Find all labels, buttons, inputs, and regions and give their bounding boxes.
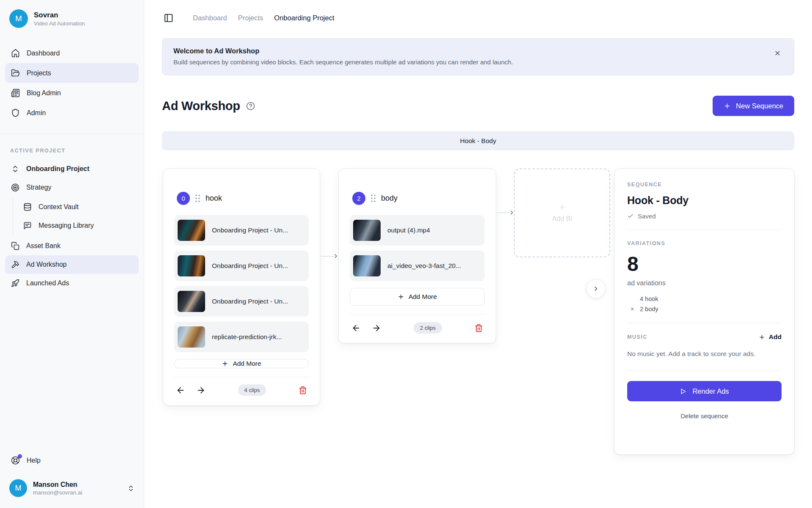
new-sequence-label: New Sequence [736, 102, 783, 110]
clip-row[interactable]: output (4).mp4 [350, 215, 485, 246]
sidebar-item-asset-bank[interactable]: Asset Bank [5, 237, 139, 255]
saved-status: Saved [627, 213, 782, 220]
sidebar-item-projects[interactable]: Projects [5, 63, 139, 83]
block-index-badge: 2 [352, 192, 365, 205]
sidebar-item-label: Admin [27, 109, 46, 117]
user-name: Manson Chen [33, 481, 82, 489]
clip-label: Onboarding Project - Un... [212, 226, 288, 234]
drag-handle-icon[interactable] [195, 195, 200, 202]
add-music-button[interactable]: Add [759, 333, 782, 341]
help-circle-icon[interactable] [246, 102, 255, 110]
sequence-name: Hook - Body [627, 194, 782, 207]
arrow-right-icon[interactable] [196, 386, 206, 395]
trash-icon[interactable] [299, 386, 307, 395]
clip-row[interactable]: Onboarding Project - Un... [174, 215, 309, 246]
clip-label: Onboarding Project - Un... [212, 298, 288, 305]
sequence-section-label: SEQUENCE [627, 182, 782, 188]
sidebar-item-label: Projects [27, 69, 51, 77]
divider [348, 314, 486, 315]
clip-count-badge: 4 clips [238, 384, 266, 396]
clip-row[interactable]: Onboarding Project - Un... [174, 251, 309, 281]
help-button[interactable]: Help [0, 452, 144, 469]
breadcrumb: Dashboard Projects Onboarding Project [193, 14, 335, 22]
clip-label: replicate-prediction-jrk... [212, 333, 282, 341]
block-header: 0 hook [177, 192, 306, 205]
newspaper-icon [11, 88, 20, 97]
variations-breakdown: 4 hook × 2 body [627, 295, 782, 312]
block-header: 2 body [352, 192, 482, 205]
sidebar-item-messaging-library[interactable]: Messaging Library [17, 216, 139, 235]
add-block-placeholder[interactable]: Add Bl [514, 168, 610, 257]
sidebar-item-ad-workshop[interactable]: Ad Workshop [5, 255, 139, 274]
sidebar-toggle-icon[interactable] [164, 13, 173, 23]
block-card-body: 2 body output (4).mp4 ai_video_veo-3-fas… [338, 168, 496, 343]
clip-list: Onboarding Project - Un... Onboarding Pr… [174, 215, 309, 352]
message-square-icon [23, 221, 32, 230]
sidebar-item-label: Blog Admin [27, 89, 61, 97]
music-section-label: MUSIC [627, 334, 647, 340]
clip-thumbnail [178, 291, 205, 312]
new-sequence-button[interactable]: New Sequence [713, 96, 794, 116]
sidebar-item-blog-admin[interactable]: Blog Admin [5, 83, 139, 103]
arrow-left-icon[interactable] [176, 386, 185, 395]
clip-count-badge: 2 clips [414, 322, 442, 334]
block-name: body [381, 194, 398, 203]
block-card-hook: 0 hook Onboarding Project - Un... Onboar… [163, 168, 320, 406]
target-icon [11, 183, 19, 192]
drag-handle-icon[interactable] [371, 195, 376, 202]
add-block-label: Add Bl [552, 215, 572, 223]
add-more-button[interactable]: Add More [350, 288, 485, 306]
breakdown-value: 4 hook [640, 295, 782, 302]
divider [627, 370, 782, 371]
plus-icon [724, 102, 731, 110]
render-ads-button[interactable]: Render Ads [627, 381, 782, 401]
clip-list: output (4).mp4 ai_video_veo-3-fast_20... [350, 215, 485, 281]
breakdown-operator: × [631, 306, 640, 312]
breakdown-row: 4 hook [627, 295, 782, 302]
clip-row[interactable]: Onboarding Project - Un... [174, 286, 309, 317]
user-menu[interactable]: M Manson Chen manson@sovran.ai [5, 476, 139, 500]
breadcrumb-dashboard[interactable]: Dashboard [193, 14, 227, 22]
scroll-next-button[interactable] [586, 279, 606, 298]
tab-hook-body[interactable]: Hook - Body [460, 137, 496, 145]
music-header: MUSIC Add [627, 333, 782, 341]
clip-label: output (4).mp4 [387, 226, 430, 234]
clip-thumbnail [353, 255, 381, 276]
breadcrumb-projects[interactable]: Projects [238, 14, 263, 22]
breakdown-value: 2 body [640, 306, 782, 312]
arrow-left-icon[interactable] [351, 323, 361, 333]
user-avatar: M [9, 479, 27, 497]
variations-caption: ad variations [627, 279, 782, 287]
arrow-right-icon[interactable] [372, 323, 381, 333]
sidebar-item-launched-ads[interactable]: Launched Ads [5, 274, 139, 293]
divider [627, 323, 782, 323]
sidebar-item-strategy[interactable]: Strategy [5, 178, 139, 197]
project-switcher[interactable]: Onboarding Project [5, 160, 139, 178]
sidebar-bottom: Help M Manson Chen manson@sovran.ai [0, 452, 144, 500]
close-icon[interactable] [774, 50, 781, 57]
active-project-heading: ACTIVE PROJECT [0, 134, 144, 160]
plus-icon [558, 203, 566, 211]
sidebar-item-label: Context Vault [38, 203, 79, 211]
trash-icon[interactable] [475, 324, 483, 332]
welcome-banner: Welcome to Ad Workshop Build sequences b… [162, 38, 794, 75]
add-more-label: Add More [233, 360, 261, 367]
topbar: Dashboard Projects Onboarding Project [144, 0, 812, 36]
sequence-panel: SEQUENCE Hook - Body Saved VARIATIONS 8 … [614, 168, 795, 455]
sidebar-item-dashboard[interactable]: Dashboard [5, 43, 139, 63]
sidebar-item-label: Messaging Library [38, 222, 94, 229]
brand: M Sovran Video Ad Automation [0, 9, 144, 28]
clip-thumbnail [353, 220, 381, 241]
sidebar-item-context-vault[interactable]: Context Vault [17, 198, 139, 216]
breadcrumb-current: Onboarding Project [274, 14, 334, 22]
banner-description: Build sequences by combining video block… [173, 58, 783, 66]
add-more-button[interactable]: Add More [174, 359, 309, 368]
play-icon [680, 388, 687, 395]
block-connector [321, 253, 339, 260]
sidebar-item-admin[interactable]: Admin [5, 103, 139, 123]
clip-row[interactable]: ai_video_veo-3-fast_20... [350, 251, 485, 281]
delete-sequence-link[interactable]: Delete sequence [627, 412, 782, 420]
clip-row[interactable]: replicate-prediction-jrk... [174, 322, 309, 352]
clip-thumbnail [178, 220, 205, 241]
page-header: Ad Workshop New Sequence [162, 96, 794, 116]
